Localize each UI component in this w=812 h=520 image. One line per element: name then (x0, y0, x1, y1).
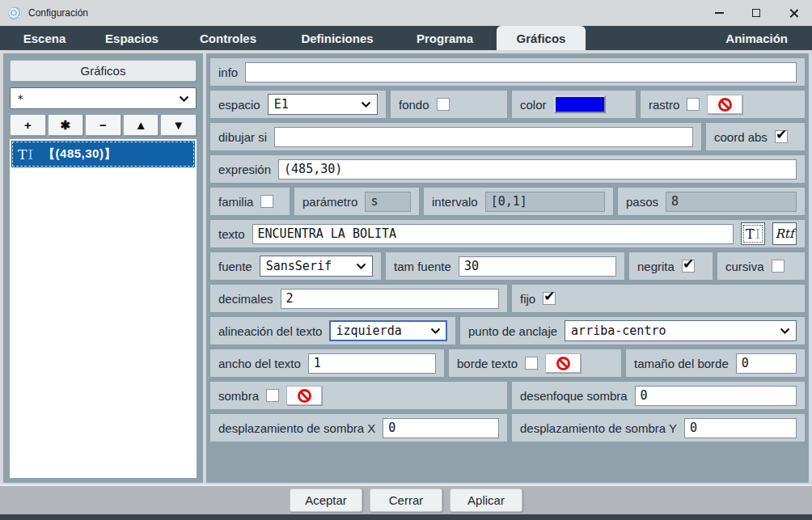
tab-graficos[interactable]: Gráficos (497, 26, 586, 50)
configuration-window: Configuración Escena Espacios Controles … (0, 0, 812, 520)
fijo-checkbox[interactable]: ✔ (543, 292, 556, 305)
espacio-select[interactable]: E1 (268, 94, 378, 115)
tab-definiciones[interactable]: Definiciones (281, 26, 393, 50)
window-title: Configuración (28, 7, 88, 19)
coord-abs-checkbox[interactable]: ✔ (775, 130, 788, 143)
plain-text-button[interactable]: TI (741, 222, 765, 245)
rastro-group: rastro (640, 90, 806, 119)
titlebar: Configuración (0, 0, 812, 26)
prohibited-icon (298, 389, 311, 403)
close-dialog-button[interactable]: Cerrar (370, 488, 442, 512)
decimales-group: decimales (209, 284, 508, 313)
fondo-checkbox[interactable] (437, 98, 450, 111)
tab-escena[interactable]: Escena (0, 26, 89, 50)
add-graphic-button[interactable]: + (10, 114, 46, 136)
fuente-select[interactable]: SansSerif (260, 256, 373, 277)
sombra-clear-button[interactable] (286, 386, 322, 405)
desp-y-input[interactable] (684, 418, 797, 438)
rastro-checkbox[interactable] (687, 98, 700, 111)
anclaje-label: punto de anclaje (468, 324, 557, 338)
cursiva-label: cursiva (725, 260, 764, 273)
expresion-input[interactable] (278, 159, 797, 180)
fondo-label: fondo (399, 98, 429, 112)
fijo-label: fijo (520, 292, 535, 306)
dibujar-si-label: dibujar si (218, 130, 267, 144)
rastro-clear-button[interactable] (707, 95, 742, 114)
chevron-down-icon (361, 101, 371, 108)
familia-checkbox[interactable] (260, 195, 273, 208)
close-button[interactable] (775, 0, 812, 26)
tam-fuente-input[interactable] (459, 256, 616, 277)
fuente-group: fuente SansSerif (209, 252, 382, 281)
cursiva-checkbox[interactable] (772, 260, 785, 273)
chevron-down-icon (780, 328, 790, 334)
tab-programa[interactable]: Programa (393, 26, 497, 50)
graphics-panel: Gráficos * + ✱ − ▲ ▼ TI 【(485,30)】 (3, 53, 203, 483)
expresion-group: expresión (209, 154, 806, 184)
desenfoque-input[interactable] (635, 386, 797, 406)
tab-animacion[interactable]: Animación (725, 26, 812, 50)
alineacion-label: alineación del texto (218, 324, 322, 338)
desp-x-input[interactable] (383, 418, 499, 438)
move-up-button[interactable]: ▲ (123, 114, 159, 136)
window-controls (700, 0, 812, 26)
fijo-group: fijo ✔ (511, 284, 806, 313)
pasos-label: pasos (626, 195, 658, 209)
apply-button[interactable]: Aplicar (450, 488, 522, 512)
sombra-checkbox[interactable] (266, 389, 279, 402)
texto-input[interactable] (252, 224, 734, 244)
anclaje-select[interactable]: arriba-centro (565, 320, 797, 341)
coord-abs-label: coord abs (714, 130, 768, 144)
expresion-label: expresión (218, 163, 271, 176)
tam-fuente-group: tam fuente (385, 252, 625, 281)
dibujar-si-input[interactable] (274, 127, 693, 147)
list-item-label: 【(485,30)】 (43, 146, 116, 162)
tab-espacios[interactable]: Espacios (89, 26, 175, 50)
anclaje-value: arriba-centro (571, 323, 775, 338)
checkmark: ✔ (543, 290, 555, 303)
rtf-text-button[interactable]: Rtf (772, 222, 797, 245)
espacio-group: espacio E1 (209, 90, 387, 119)
alineacion-select[interactable]: izquierda (329, 320, 447, 341)
list-item[interactable]: TI 【(485,30)】 (11, 141, 195, 167)
info-group: info (209, 57, 806, 87)
alineacion-group: alineación del texto izquierda (209, 316, 456, 345)
familia-label: familia (218, 195, 253, 209)
familia-group: familia (209, 187, 290, 216)
negrita-checkbox[interactable]: ✔ (682, 260, 695, 273)
cursiva-group: cursiva (717, 252, 806, 281)
tab-controles[interactable]: Controles (175, 26, 281, 50)
pasos-input (666, 192, 797, 212)
fondo-group: fondo (390, 90, 508, 119)
graphic-properties-form: info espacio E1 fondo color rastro (206, 53, 809, 483)
bottom-strip (0, 514, 812, 520)
footer-bar: Aceptar Cerrar Aplicar (0, 484, 812, 514)
tam-fuente-label: tam fuente (394, 260, 451, 273)
decimales-input[interactable] (281, 289, 499, 309)
remove-graphic-button[interactable]: − (85, 114, 121, 136)
accept-button[interactable]: Aceptar (290, 488, 362, 512)
graphics-toolbar: + ✱ − ▲ ▼ (10, 114, 197, 136)
minimize-button[interactable] (700, 0, 738, 26)
tab-bar: Escena Espacios Controles Definiciones P… (0, 26, 812, 50)
tamano-borde-input[interactable] (736, 353, 797, 374)
maximize-button[interactable] (738, 0, 775, 26)
info-input[interactable] (245, 62, 797, 82)
espacio-value: E1 (274, 97, 356, 112)
borde-texto-checkbox[interactable] (525, 357, 538, 370)
ancho-texto-group: ancho del texto (209, 349, 445, 378)
duplicate-graphic-button[interactable]: ✱ (48, 114, 84, 136)
desp-x-label: desplazamiento de sombra X (218, 421, 375, 435)
chevron-down-icon (430, 328, 441, 334)
color-swatch-button[interactable] (554, 95, 606, 113)
negrita-group: negrita ✔ (628, 252, 713, 281)
borde-texto-clear-button[interactable] (545, 353, 581, 373)
parametro-group: parámetro (294, 187, 420, 216)
borde-texto-label: borde texto (457, 357, 518, 370)
checkmark: ✔ (776, 128, 787, 142)
text-cursor-icon: I (27, 146, 33, 163)
move-down-button[interactable]: ▼ (160, 114, 197, 136)
desp-y-group: desplazamiento de sombra Y (511, 413, 806, 442)
ancho-texto-input[interactable] (308, 353, 436, 374)
graphics-filter-select[interactable]: * (10, 87, 197, 109)
